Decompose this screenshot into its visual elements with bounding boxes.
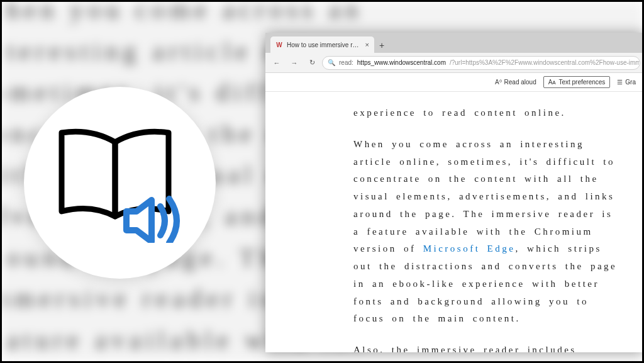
speaker-icon: A⁰ [495,79,502,86]
url-field[interactable]: 🔍 read: https_www.windowscentral.com /?u… [322,56,640,70]
refresh-button[interactable]: ↻ [304,55,319,70]
address-bar: ← → ↻ 🔍 read: https_www.windowscentral.c… [265,53,644,73]
browser-tab[interactable]: W How to use immersive reader o × [270,36,374,53]
tab-title: How to use immersive reader o [287,42,362,48]
close-tab-icon[interactable]: × [365,41,369,48]
text-preferences-button[interactable]: Aᴀ Text preferences [543,76,611,88]
read-aloud-button[interactable]: A⁰ Read aloud [491,77,541,87]
grammar-tools-button[interactable]: ☰ Gra [613,77,640,87]
article-paragraph: Also, the immersive reader includes sett… [353,342,625,352]
url-host: https_www.windowscentral.com [357,59,446,66]
article-paragraph: When you come across an interesting arti… [353,136,625,328]
tab-favicon: W [275,41,283,48]
grammar-icon: ☰ [617,79,623,86]
grammar-label: Gra [625,79,636,86]
tab-bar: W How to use immersive reader o × + [265,33,644,53]
read-aloud-label: Read aloud [504,79,536,86]
article-paragraph: experience to read content online. [353,104,625,122]
search-icon: 🔍 [328,59,335,66]
new-tab-button[interactable]: + [374,38,389,53]
article-text: , which strips out the distractions and … [353,243,617,323]
reader-content: experience to read content online. When … [265,92,644,352]
book-speaker-icon [52,123,187,243]
url-prefix: read: [339,59,353,66]
back-button[interactable]: ← [269,55,284,70]
text-preferences-label: Text preferences [558,79,605,86]
browser-window: W How to use immersive reader o × + ← → … [265,33,644,352]
microsoft-edge-link[interactable]: Microsoft Edge [423,243,516,254]
reader-logo-circle [24,87,216,279]
forward-button[interactable]: → [287,55,302,70]
url-rest: /?url=https%3A%2F%2Fwww.windowscentral.c… [450,59,640,66]
text-icon: Aᴀ [548,79,557,86]
reader-toolbar: A⁰ Read aloud Aᴀ Text preferences ☰ Gra [265,73,644,92]
article-text: When you come across an interesting arti… [353,139,615,254]
